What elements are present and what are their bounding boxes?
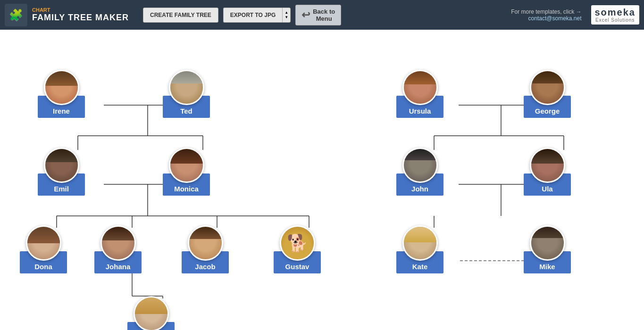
node-ula: Ula (524, 148, 571, 196)
back-btn-text: Back to Menu (313, 8, 335, 22)
avatar-ursula (402, 70, 438, 105)
node-monica: Monica (163, 148, 210, 196)
face-george (531, 71, 564, 104)
someka-logo: someka Excel Solutions (591, 5, 640, 25)
brand-name: someka (595, 7, 636, 17)
node-irene: Irene (38, 70, 85, 118)
avatar-john (402, 148, 438, 183)
face-ula (531, 149, 564, 182)
avatar-johana (100, 225, 136, 261)
header-right: For more templates, click → contact@some… (511, 8, 581, 22)
app-logo: 🧩 (5, 4, 27, 26)
back-arrow-icon: ↩ (301, 9, 310, 21)
family-tree-area: Irene Ted Ursula George Emil Monica (0, 30, 644, 330)
face-monica (170, 149, 203, 182)
avatar-kate (402, 225, 438, 261)
node-ursula: Ursula (396, 70, 443, 118)
face-ted (170, 71, 203, 104)
face-jacob (189, 227, 222, 259)
avatar-ted (169, 70, 204, 105)
arrow-up-icon: ▲ (284, 10, 288, 15)
node-john: John (396, 148, 443, 196)
avatar-ula (530, 148, 565, 183)
node-mike: Mike (524, 225, 571, 273)
face-irene (45, 71, 78, 104)
node-emil: Emil (38, 148, 85, 196)
node-jacob: Jacob (182, 225, 229, 273)
avatar-george (530, 70, 565, 105)
export-arrows[interactable]: ▲ ▼ (282, 8, 291, 23)
brand-subtitle: Excel Solutions (595, 17, 635, 23)
face-mike (531, 227, 564, 259)
face-nifemi (135, 297, 167, 330)
face-dona (27, 227, 60, 259)
create-family-tree-button[interactable]: CREATE FAMILY TREE (143, 8, 218, 23)
chart-label: CHART (32, 7, 129, 13)
face-kate (404, 227, 436, 259)
node-nifemi: Nifemi (127, 296, 175, 330)
face-emil (45, 149, 78, 182)
face-gustav (281, 227, 314, 259)
avatar-jacob (188, 225, 223, 261)
avatar-monica (169, 148, 204, 183)
avatar-dona (26, 225, 61, 261)
app-header: 🧩 CHART FAMILY TREE MAKER CREATE FAMILY … (0, 0, 644, 30)
more-templates-text[interactable]: For more templates, click → (511, 8, 581, 15)
title-block: CHART FAMILY TREE MAKER (32, 7, 129, 23)
node-kate: Kate (396, 225, 443, 273)
export-button-wrap: EXPORT TO JPG ▲ ▼ (223, 8, 291, 23)
avatar-mike (530, 225, 565, 261)
face-ursula (404, 71, 436, 104)
export-jpg-button[interactable]: EXPORT TO JPG (223, 8, 282, 23)
app-title: FAMILY TREE MAKER (32, 13, 129, 23)
avatar-emil (44, 148, 79, 183)
node-gustav: Gustav (274, 225, 321, 273)
node-ted: Ted (163, 70, 210, 118)
avatar-irene (44, 70, 79, 105)
face-johana (102, 227, 134, 259)
node-dona: Dona (20, 225, 67, 273)
arrow-down-icon: ▼ (284, 15, 288, 19)
avatar-gustav (280, 225, 315, 261)
node-george: George (524, 70, 571, 118)
contact-email[interactable]: contact@someka.net (528, 15, 582, 22)
face-john (404, 149, 436, 182)
avatar-nifemi (134, 296, 169, 330)
back-to-menu-button[interactable]: ↩ Back to Menu (295, 5, 341, 25)
node-johana: Johana (94, 225, 142, 273)
